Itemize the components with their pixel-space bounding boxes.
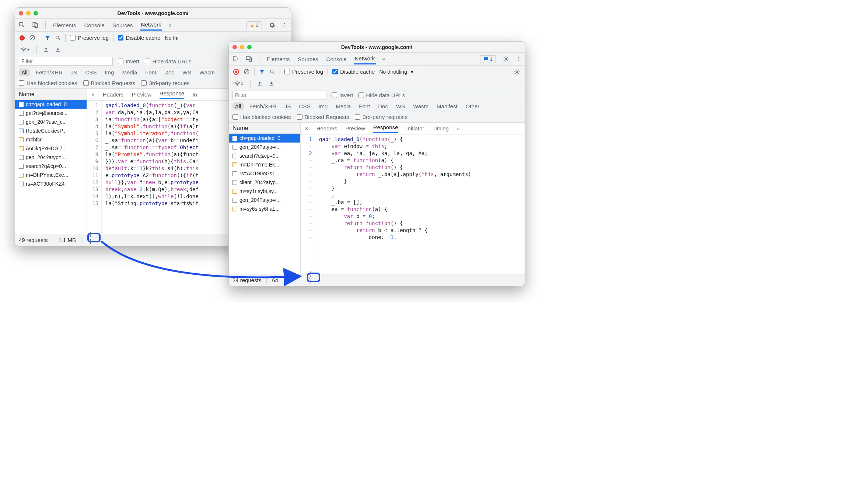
request-row[interactable]: search?q&cp=0...: [15, 162, 87, 171]
hide-data-urls-checkbox[interactable]: Hide data URLs: [145, 58, 192, 64]
download-har-icon[interactable]: [269, 81, 274, 87]
hide-data-urls-checkbox[interactable]: Hide data URLs: [358, 92, 405, 98]
tab-timing[interactable]: Timing: [433, 125, 449, 131]
pretty-print-button[interactable]: { }: [87, 233, 101, 242]
code-area[interactable]: 1–2–––––––––––– gapi.loaded_0(function(_…: [301, 134, 525, 274]
type-wasm[interactable]: Wasm: [197, 69, 217, 76]
request-row[interactable]: m=DhPYme,Eke...: [15, 171, 87, 179]
preserve-log-checkbox[interactable]: Preserve log: [70, 35, 109, 41]
network-settings-icon[interactable]: [514, 69, 520, 75]
overflow-icon[interactable]: »: [382, 56, 385, 62]
search-icon[interactable]: [269, 69, 275, 75]
request-row[interactable]: get?rt=j&sourcei...: [15, 109, 87, 118]
tab-initiator[interactable]: In: [192, 91, 197, 98]
upload-har-icon[interactable]: [257, 81, 262, 87]
invert-checkbox[interactable]: Invert: [118, 58, 140, 64]
type-img[interactable]: Img: [316, 102, 330, 110]
wifi-icon[interactable]: ⚙: [234, 81, 244, 86]
type-doc[interactable]: Doc: [162, 69, 177, 76]
tab-headers[interactable]: Headers: [316, 125, 337, 131]
type-ws[interactable]: WS: [180, 69, 194, 76]
kebab-icon[interactable]: ⋮: [516, 56, 521, 62]
type-all[interactable]: All: [19, 69, 30, 76]
filter-input[interactable]: [232, 91, 326, 99]
wifi-icon[interactable]: ⚙: [20, 47, 30, 52]
type-js[interactable]: JS: [282, 102, 294, 110]
has-blocked-cookies-checkbox[interactable]: Has blocked cookies: [232, 114, 291, 120]
throttling-dropdown[interactable]: No thr: [165, 35, 179, 41]
filter-icon[interactable]: [45, 35, 50, 41]
request-row[interactable]: m=DhPYme,Ek...: [229, 160, 300, 169]
type-media[interactable]: Media: [333, 102, 353, 110]
type-doc[interactable]: Doc: [375, 102, 391, 110]
request-row[interactable]: m=sy1r,sybt,sy...: [229, 187, 300, 196]
request-row[interactable]: RotateCookiesP...: [15, 126, 87, 135]
overflow-icon[interactable]: »: [457, 125, 460, 131]
request-row[interactable]: search?q&cp=0...: [229, 151, 300, 160]
request-row[interactable]: cb=gapi.loaded_0: [229, 134, 300, 143]
tab-response[interactable]: Response: [160, 90, 185, 99]
request-row[interactable]: rs=ACT90oFKZ4: [15, 179, 87, 188]
request-row[interactable]: rs=ACT90oGsT...: [229, 169, 300, 178]
pretty-print-button[interactable]: { }: [307, 273, 320, 282]
type-css[interactable]: CSS: [297, 102, 313, 110]
type-wasm[interactable]: Wasm: [410, 102, 431, 110]
tab-elements[interactable]: Elements: [52, 20, 77, 30]
tab-response[interactable]: Response: [373, 124, 398, 133]
tab-sources[interactable]: Sources: [297, 54, 319, 64]
blocked-requests-checkbox[interactable]: Blocked Requests: [83, 80, 136, 86]
type-font[interactable]: Font: [356, 102, 372, 110]
type-css[interactable]: CSS: [83, 69, 99, 76]
tab-initiator[interactable]: Initiator: [406, 125, 424, 131]
record-button[interactable]: [233, 69, 239, 75]
preserve-log-checkbox[interactable]: Preserve log: [284, 69, 323, 75]
request-row[interactable]: cb=gapi.loaded_0: [15, 100, 87, 109]
type-font[interactable]: Font: [143, 69, 159, 76]
request-row[interactable]: gen_204?use_c...: [15, 118, 87, 126]
name-header[interactable]: Name: [15, 89, 87, 100]
type-all[interactable]: All: [232, 102, 244, 110]
issues-badge[interactable]: ▲2: [246, 21, 262, 29]
request-row[interactable]: client_204?atyp...: [229, 178, 300, 187]
download-har-icon[interactable]: [55, 47, 60, 53]
tab-elements[interactable]: Elements: [266, 54, 291, 64]
clear-icon[interactable]: [29, 35, 35, 41]
type-other[interactable]: Other: [463, 102, 482, 110]
tab-console[interactable]: Console: [84, 20, 105, 30]
type-ws[interactable]: WS: [393, 102, 407, 110]
has-blocked-cookies-checkbox[interactable]: Has blocked cookies: [19, 80, 77, 86]
filter-input[interactable]: [19, 57, 113, 66]
tab-network[interactable]: Network: [354, 53, 376, 64]
tab-preview[interactable]: Preview: [132, 91, 151, 98]
request-row[interactable]: A6DkqFxHDGl7...: [15, 144, 87, 153]
settings-icon[interactable]: [269, 22, 275, 28]
upload-har-icon[interactable]: [43, 47, 49, 53]
messages-badge[interactable]: 1: [480, 55, 496, 63]
request-row[interactable]: gen_204?atyp=i...: [229, 143, 300, 151]
tab-headers[interactable]: Headers: [103, 91, 124, 98]
request-row[interactable]: m=sy6s,sy6t,aL...: [229, 204, 300, 213]
type-manifest[interactable]: Manifest: [434, 102, 460, 110]
search-icon[interactable]: [55, 35, 61, 41]
settings-icon[interactable]: [503, 56, 509, 62]
request-row[interactable]: gen_204?atyp=i...: [15, 153, 87, 162]
third-party-checkbox[interactable]: 3rd-party requests: [355, 114, 407, 120]
blocked-requests-checkbox[interactable]: Blocked Requests: [297, 114, 349, 120]
tab-network[interactable]: Network: [140, 20, 162, 31]
device-toggle-icon[interactable]: [32, 22, 39, 28]
name-header[interactable]: Name: [229, 123, 300, 134]
invert-checkbox[interactable]: Invert: [332, 92, 353, 98]
type-fetchxhr[interactable]: Fetch/XHR: [33, 69, 65, 76]
clear-icon[interactable]: [244, 69, 250, 75]
disable-cache-checkbox[interactable]: Disable cache: [332, 69, 375, 75]
tab-sources[interactable]: Sources: [112, 20, 134, 30]
third-party-checkbox[interactable]: 3rd-party reques: [141, 80, 189, 86]
type-media[interactable]: Media: [119, 69, 140, 76]
kebab-icon[interactable]: ⋮: [282, 22, 287, 28]
tab-preview[interactable]: Preview: [345, 125, 365, 131]
throttling-dropdown[interactable]: No throttling▾: [379, 69, 413, 75]
filter-icon[interactable]: [259, 69, 265, 75]
request-row[interactable]: m=hfcr: [15, 135, 87, 144]
request-row[interactable]: gen_204?atyp=i...: [229, 196, 300, 204]
overflow-icon[interactable]: »: [169, 22, 172, 28]
